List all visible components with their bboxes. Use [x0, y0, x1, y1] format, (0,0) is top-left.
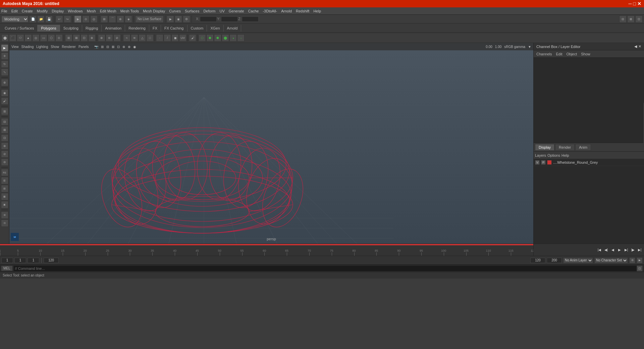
edge-mode-ico[interactable]: / — [164, 34, 171, 42]
layout-btn[interactable]: ⊡ — [635, 15, 643, 23]
menu-create[interactable]: Create — [22, 9, 33, 13]
window-controls[interactable]: ─ □ ✕ — [629, 1, 641, 6]
layer-layers[interactable]: Layers — [535, 153, 546, 157]
select-tool-btn[interactable]: ▶ — [74, 15, 82, 23]
tab-curves-surfaces[interactable]: Curves / Surfaces — [1, 25, 38, 32]
cb-channels[interactable]: Channels — [536, 52, 552, 56]
tab-polygons[interactable]: Polygons — [38, 25, 60, 32]
tool5-btn[interactable]: ⊘ — [1, 150, 8, 158]
tool6-btn[interactable]: ⊜ — [1, 158, 8, 166]
quadrangulate-ico[interactable]: □ — [146, 34, 154, 42]
next-key-btn[interactable]: |▶ — [630, 247, 636, 253]
next-frame-btn[interactable]: ▶| — [623, 247, 629, 253]
menu-windows[interactable]: Windows — [68, 9, 83, 13]
bridge-ico[interactable]: ⊜ — [106, 34, 113, 42]
layer-item[interactable]: V P ....Whetstone_Round_Grey — [534, 159, 644, 166]
menu-uv[interactable]: UV — [219, 9, 224, 13]
tool2-btn[interactable]: ⊠ — [1, 126, 8, 134]
new-scene-btn[interactable]: 📄 — [29, 15, 37, 23]
tab-rendering[interactable]: Rendering — [125, 25, 149, 32]
snap-grid-btn[interactable]: ⊞ — [101, 15, 108, 23]
frame-step-input[interactable] — [28, 258, 39, 263]
play-forward-btn[interactable]: ▶ — [616, 247, 623, 253]
range-start-input[interactable] — [530, 258, 545, 263]
menu-display[interactable]: Display — [52, 9, 64, 13]
current-frame-input[interactable] — [14, 258, 26, 263]
multi-tool-btn[interactable]: ⊕ — [1, 79, 8, 86]
menu-mesh[interactable]: Mesh — [87, 9, 96, 13]
y-input[interactable] — [221, 16, 238, 22]
menu-redshift[interactable]: Redshift — [296, 9, 309, 13]
vp-view-menu[interactable]: View — [11, 45, 19, 49]
comp1-ico[interactable]: ⬡ — [199, 34, 206, 42]
menu-mesh-display[interactable]: Mesh Display — [143, 9, 165, 13]
triangulate-ico[interactable]: △ — [139, 34, 146, 42]
extrude-ico[interactable]: ⊕ — [98, 34, 105, 42]
menu-mesh-tools[interactable]: Mesh Tools — [120, 9, 139, 13]
face-mode-ico[interactable]: ◼ — [171, 34, 179, 42]
paint-select-vp-btn[interactable]: 🖌 — [1, 97, 8, 105]
tool7-btn[interactable]: RS — [1, 169, 8, 176]
menu-edit[interactable]: Edit — [11, 9, 18, 13]
comp3-ico[interactable]: ⬣ — [214, 34, 221, 42]
cylinder-ico[interactable]: ⬭ — [17, 34, 24, 42]
smooth-ico[interactable]: ≈ — [123, 34, 130, 42]
x-input[interactable] — [200, 16, 217, 22]
minimize-btn[interactable]: ─ — [629, 1, 632, 6]
undo-btn[interactable]: ↩ — [56, 15, 63, 23]
menu-modify[interactable]: Modify — [37, 9, 48, 13]
rotate-btn[interactable]: ↻ — [1, 60, 8, 68]
menu-edit-mesh[interactable]: Edit Mesh — [100, 9, 116, 13]
move-btn[interactable]: ✛ — [1, 52, 8, 60]
cmdline-expand-btn[interactable]: ⊡ — [637, 265, 643, 271]
cone-ico[interactable]: ▲ — [24, 34, 32, 42]
menu-file[interactable]: File — [1, 9, 7, 13]
disc-ico[interactable]: ⬡ — [48, 34, 55, 42]
comp5-ico[interactable]: ⬥ — [229, 34, 237, 42]
viewport[interactable]: View Shading Lighting Show Renderer Pane… — [9, 43, 533, 244]
vp-panels-menu[interactable]: Panels — [78, 45, 89, 49]
scale-btn[interactable]: ⤡ — [1, 68, 8, 76]
go-start-btn[interactable]: |◀ — [596, 247, 602, 253]
vp-icon6[interactable]: ⊗ — [122, 45, 125, 49]
btab-render[interactable]: Render — [555, 144, 575, 151]
tab-xgen[interactable]: XGen — [207, 25, 223, 32]
extract-ico[interactable]: ⊡ — [80, 34, 88, 42]
layer-vis-p[interactable]: P — [541, 160, 546, 165]
toolB-btn[interactable]: ⊟ — [1, 219, 8, 227]
comp6-ico[interactable]: ⬦ — [237, 34, 245, 42]
comp4-ico[interactable]: ⬤ — [222, 34, 229, 42]
cb-edit[interactable]: Edit — [556, 52, 562, 56]
no-live-surface-btn[interactable]: No Live Surface — [135, 15, 164, 23]
save-scene-btn[interactable]: 💾 — [45, 15, 53, 23]
menu-cache[interactable]: Cache — [248, 9, 259, 13]
redo-btn[interactable]: ↪ — [64, 15, 71, 23]
tool10-btn[interactable]: ▦ — [1, 193, 8, 200]
cb-show[interactable]: Show — [581, 52, 590, 56]
vp-shading-menu[interactable]: Shading — [21, 45, 34, 49]
vp-renderer-menu[interactable]: Renderer — [62, 45, 76, 49]
uv-mode-ico[interactable]: UV — [179, 34, 186, 42]
layer-help[interactable]: Help — [561, 153, 569, 157]
viewport-canvas[interactable]: X Y Z persp M — [9, 50, 533, 244]
settings-icon-btn[interactable]: ⊟ — [619, 15, 627, 23]
mode-selector[interactable]: Modeling Rigging Animation FX Rendering — [1, 16, 29, 22]
z-input[interactable] — [242, 16, 259, 22]
open-scene-btn[interactable]: 📁 — [37, 15, 45, 23]
close-btn[interactable]: ✕ — [637, 1, 641, 6]
layer-vis-v[interactable]: V — [535, 160, 540, 165]
menu-surfaces[interactable]: Surfaces — [185, 9, 199, 13]
vp-show-menu[interactable]: Show — [51, 45, 59, 49]
sphere-ico[interactable]: ⬤ — [1, 34, 9, 42]
plane-ico[interactable]: ▭ — [40, 34, 47, 42]
snap-point-btn[interactable]: ⊕ — [117, 15, 124, 23]
combine-ico[interactable]: ⊞ — [65, 34, 72, 42]
vp-icon2[interactable]: ⊞ — [101, 45, 104, 49]
prev-key-btn[interactable]: ◀| — [603, 247, 609, 253]
tab-fx-caching[interactable]: FX Caching — [161, 25, 187, 32]
tool8-btn[interactable]: ▥ — [1, 177, 8, 184]
maximize-btn[interactable]: □ — [633, 1, 636, 6]
paint-ico[interactable]: 🖌 — [189, 34, 196, 42]
cmdline-input[interactable] — [14, 266, 637, 271]
average-ico[interactable]: ≋ — [131, 34, 138, 42]
